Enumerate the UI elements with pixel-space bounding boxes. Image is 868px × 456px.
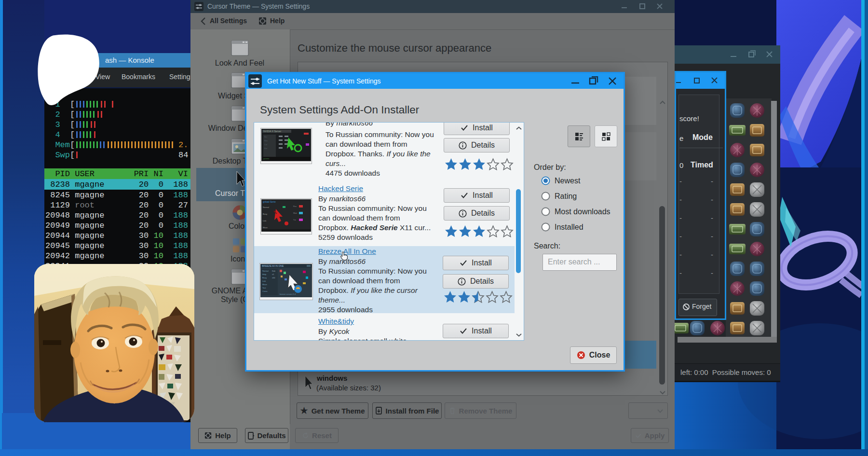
svg-text:Wait: Wait xyxy=(293,212,298,214)
svg-text:Normal: Normal xyxy=(263,206,269,208)
svg-text:Busy: Busy xyxy=(262,276,267,279)
svg-text:x64: x64 xyxy=(272,276,275,279)
svg-text:Move: Move xyxy=(263,226,268,229)
svg-text:Ref: Ref xyxy=(264,147,268,150)
svg-text:Scr: Scr xyxy=(264,136,268,138)
svg-text:gnome: gnome xyxy=(263,157,270,160)
svg-text:breeze cursors 5.4: breeze cursors 5.4 xyxy=(280,293,296,295)
svg-text:Kde: Kde xyxy=(272,270,276,272)
svg-text:Normal: Normal xyxy=(262,270,269,272)
svg-text:Move: Move xyxy=(262,283,268,286)
svg-text:Res: Res xyxy=(264,139,268,142)
svg-text:Cross: Cross xyxy=(262,290,267,292)
svg-text:Link: Link xyxy=(263,220,266,222)
svg-text:Link: Link xyxy=(262,280,266,282)
svg-text:Help: Help xyxy=(262,273,267,276)
svg-text:Res: Res xyxy=(293,205,297,207)
svg-text:NVIDIA X Server: NVIDIA X Server xyxy=(263,130,282,133)
svg-text:Txt: Txt xyxy=(293,219,296,221)
svg-text:BREEZE All IN ONE: BREEZE All IN ONE xyxy=(262,264,284,267)
svg-text:Col: Col xyxy=(264,143,267,146)
svg-text:Busy: Busy xyxy=(263,213,267,215)
svg-text:gnkad Serie: gnkad Serie xyxy=(263,200,276,203)
svg-text:Text: Text xyxy=(262,287,266,289)
